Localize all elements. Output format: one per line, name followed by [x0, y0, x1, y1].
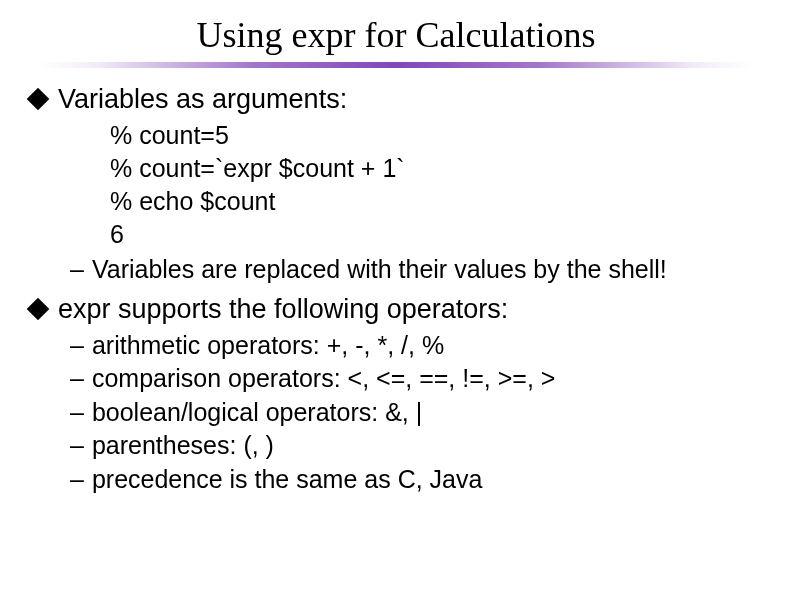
dash-icon: – [70, 329, 84, 363]
slide-content: Variables as arguments: % count=5 % coun… [0, 82, 792, 496]
op-text: parentheses: (, ) [92, 429, 274, 463]
diamond-icon [27, 88, 50, 111]
slide-title: Using expr for Calculations [0, 0, 792, 62]
op-text: boolean/logical operators: &, | [92, 396, 422, 430]
dash-icon: – [70, 362, 84, 396]
op-line: – precedence is the same as C, Java [70, 463, 762, 497]
op-text: precedence is the same as C, Java [92, 463, 482, 497]
op-text: arithmetic operators: +, -, *, /, % [92, 329, 444, 363]
note-text: Variables are replaced with their values… [92, 253, 667, 287]
code-line: % count=`expr $count + 1` [110, 152, 762, 185]
dash-icon: – [70, 429, 84, 463]
op-line: – comparison operators: <, <=, ==, !=, >… [70, 362, 762, 396]
bullet-text: Variables as arguments: [58, 82, 347, 117]
dash-icon: – [70, 396, 84, 430]
op-line: – parentheses: (, ) [70, 429, 762, 463]
op-text: comparison operators: <, <=, ==, !=, >=,… [92, 362, 555, 396]
op-line: – arithmetic operators: +, -, *, /, % [70, 329, 762, 363]
op-line: – boolean/logical operators: &, | [70, 396, 762, 430]
title-divider [40, 62, 752, 68]
note-line: – Variables are replaced with their valu… [70, 253, 762, 287]
code-line: % echo $count [110, 185, 762, 218]
bullet-variables: Variables as arguments: [30, 82, 762, 117]
code-line: 6 [110, 218, 762, 251]
bullet-expr-ops: expr supports the following operators: [30, 292, 762, 327]
diamond-icon [27, 298, 50, 321]
dash-icon: – [70, 253, 84, 287]
dash-icon: – [70, 463, 84, 497]
code-block: % count=5 % count=`expr $count + 1` % ec… [110, 119, 762, 251]
bullet-text: expr supports the following operators: [58, 292, 508, 327]
code-line: % count=5 [110, 119, 762, 152]
